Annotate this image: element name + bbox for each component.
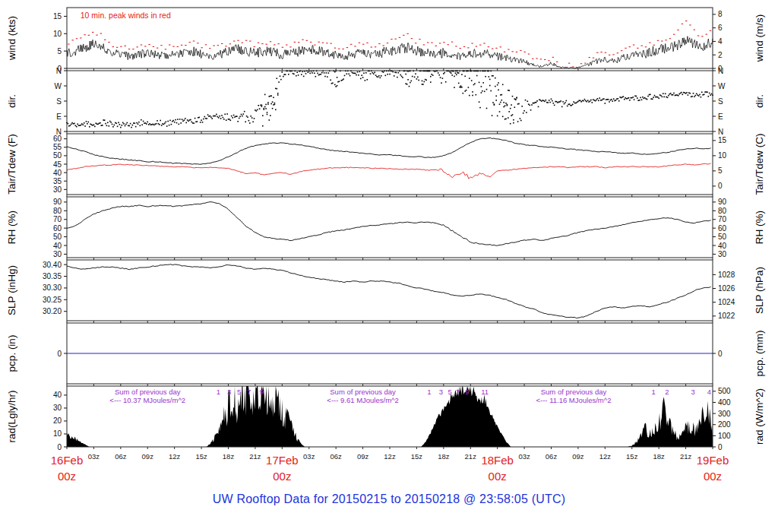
- wind-peak-dot: [584, 63, 586, 64]
- dir-dot: [656, 97, 658, 98]
- dir-dot: [502, 84, 504, 86]
- dir-dot: [479, 107, 481, 109]
- dir-dot: [632, 97, 634, 98]
- dir-dot: [70, 125, 71, 126]
- dir-dot: [334, 71, 336, 73]
- dir-dot: [387, 74, 388, 75]
- dir-dot: [370, 73, 372, 74]
- dir-dot: [317, 73, 318, 74]
- dir-dot: [503, 106, 504, 108]
- dir-dot: [156, 123, 157, 125]
- wind-peak-dot: [532, 59, 533, 59]
- label: 3: [227, 388, 231, 396]
- dir-dot: [358, 74, 359, 76]
- dir-dot: [531, 104, 533, 106]
- dir-dot: [450, 71, 451, 73]
- dir-dot: [77, 124, 78, 125]
- label: 18z: [223, 452, 235, 461]
- dir-dot: [179, 124, 180, 125]
- dir-dot: [539, 99, 540, 100]
- dir-dot: [302, 71, 304, 73]
- label: 80: [53, 207, 62, 215]
- dir-dot: [246, 116, 248, 117]
- dir-dot: [233, 115, 235, 116]
- dir-dot: [564, 103, 565, 105]
- wind-peak-dot: [406, 33, 408, 34]
- dir-dot: [549, 100, 550, 101]
- dir-dot: [641, 100, 643, 101]
- wind-peak-dot: [617, 52, 618, 53]
- wind-peak-dot: [104, 40, 106, 40]
- wind-peak-dot: [282, 47, 283, 48]
- label: 09z: [357, 452, 369, 461]
- dir-dot: [348, 74, 349, 75]
- dir-dot: [261, 105, 263, 106]
- wind-peak-dot: [338, 49, 340, 49]
- dir-dot: [570, 105, 571, 106]
- label: 21z: [465, 452, 477, 461]
- label: W: [55, 82, 62, 90]
- dir-dot: [520, 118, 521, 119]
- dir-dot: [133, 122, 134, 124]
- wind-peak-dot: [181, 45, 182, 46]
- dir-dot: [536, 100, 538, 102]
- wind-peak-dot: [286, 45, 287, 46]
- dir-dot: [138, 122, 140, 123]
- label: 55: [53, 143, 62, 151]
- dir-dot: [153, 125, 155, 126]
- dir-dot: [191, 122, 193, 123]
- dir-dot: [79, 125, 81, 126]
- dir-dot: [668, 95, 669, 97]
- dir-dot: [471, 80, 473, 81]
- dir-dot: [454, 76, 455, 78]
- dir-dot: [92, 125, 93, 126]
- dir-dot: [270, 103, 272, 105]
- dir-dot: [252, 122, 254, 123]
- dir-dot: [586, 101, 587, 103]
- dir-dot: [394, 71, 396, 73]
- dir-dot: [365, 72, 367, 74]
- dir-dot: [226, 113, 228, 115]
- dir-dot: [489, 85, 491, 87]
- dir-dot: [689, 93, 691, 94]
- dir-dot: [164, 122, 166, 124]
- label: 1028: [718, 271, 735, 279]
- wind-peak-dot: [387, 43, 388, 43]
- label: 03z: [303, 452, 315, 461]
- dir-dot: [464, 76, 466, 78]
- dir-dot: [497, 84, 498, 86]
- wind-peak-dot: [80, 37, 81, 38]
- label: 00z: [489, 470, 507, 483]
- label: RH (%): [754, 211, 765, 244]
- dir-dot: [663, 97, 665, 98]
- dir-dot: [422, 84, 424, 85]
- wind-peak-dot: [144, 46, 146, 46]
- wind-peak-dot: [605, 52, 606, 53]
- dir-dot: [702, 94, 704, 96]
- wind-peak-dot: [682, 24, 683, 24]
- dir-dot: [118, 122, 119, 124]
- dir-dot: [326, 72, 327, 74]
- wind-peak-dot: [108, 42, 109, 43]
- dir-dot: [710, 94, 711, 96]
- dir-dot: [616, 98, 618, 100]
- dir-dot: [87, 123, 88, 125]
- dir-dot: [198, 117, 200, 119]
- dir-dot: [655, 97, 656, 98]
- label: 1: [217, 388, 220, 396]
- dir-dot: [410, 82, 411, 84]
- dir-dot: [106, 125, 108, 127]
- dir-dot: [109, 125, 110, 127]
- dir-dot: [497, 116, 498, 117]
- dir-dot: [696, 93, 697, 95]
- dir-dot: [359, 71, 361, 73]
- dir-dot: [107, 122, 109, 124]
- label: 500: [718, 387, 731, 395]
- dir-dot: [352, 72, 353, 74]
- dir-dot: [76, 126, 77, 128]
- label: 16Feb: [51, 454, 84, 467]
- dir-dot: [508, 111, 510, 112]
- dir-dot: [277, 94, 279, 96]
- dir-dot: [639, 100, 640, 101]
- wind-peak-dot: [411, 38, 413, 39]
